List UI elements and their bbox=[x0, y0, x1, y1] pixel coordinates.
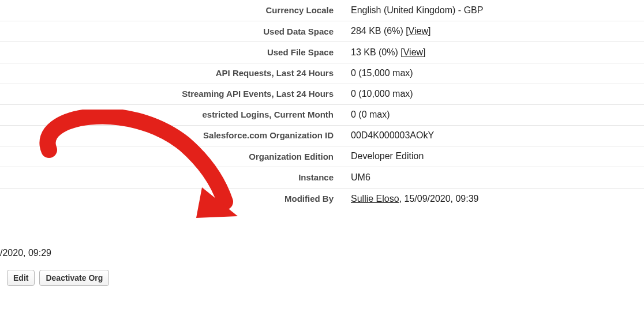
value-api-requests: 0 (15,000 max) bbox=[340, 63, 644, 83]
row-instance: Instance UM6 bbox=[0, 167, 644, 189]
view-data-space-link[interactable]: View bbox=[409, 26, 428, 36]
label-org-edition: Organization Edition bbox=[0, 146, 340, 167]
label-modified-by: Modified By bbox=[0, 189, 340, 209]
label-org-id: Salesforce.com Organization ID bbox=[0, 126, 340, 145]
row-used-data-space: Used Data Space 284 KB (6%) [View] bbox=[0, 21, 644, 43]
row-streaming-api: Streaming API Events, Last 24 Hours 0 (1… bbox=[0, 84, 644, 105]
modified-by-user-link[interactable]: Sullie Eloso bbox=[351, 194, 399, 204]
used-file-space-text: 13 KB (0%) [ bbox=[351, 47, 403, 57]
used-data-space-suffix: ] bbox=[428, 26, 430, 36]
label-used-file-space: Used File Space bbox=[0, 42, 340, 63]
value-modified-by: Sullie Eloso, 15/09/2020, 09:39 bbox=[340, 189, 644, 209]
row-org-edition: Organization Edition Developer Edition bbox=[0, 146, 644, 168]
value-streaming-api: 0 (10,000 max) bbox=[340, 84, 644, 104]
value-used-file-space: 13 KB (0%) [View] bbox=[340, 43, 644, 62]
value-instance: UM6 bbox=[340, 168, 644, 187]
row-org-id: Salesforce.com Organization ID 00D4K0000… bbox=[0, 126, 644, 146]
row-api-requests: API Requests, Last 24 Hours 0 (15,000 ma… bbox=[0, 63, 644, 84]
value-used-data-space: 284 KB (6%) [View] bbox=[340, 21, 644, 41]
label-api-requests: API Requests, Last 24 Hours bbox=[0, 64, 340, 82]
label-streaming-api: Streaming API Events, Last 24 Hours bbox=[0, 85, 340, 103]
deactivate-org-button[interactable]: Deactivate Org bbox=[39, 270, 109, 286]
value-org-edition: Developer Edition bbox=[340, 146, 644, 166]
label-instance: Instance bbox=[0, 167, 340, 188]
used-data-space-text: 284 KB (6%) [ bbox=[351, 26, 409, 36]
value-restricted-logins: 0 (0 max) bbox=[340, 105, 644, 125]
label-used-data-space: Used Data Space bbox=[0, 21, 340, 42]
label-restricted-logins: estricted Logins, Current Month bbox=[0, 105, 340, 124]
organization-details-table: Currency Locale English (United Kingdom)… bbox=[0, 0, 644, 209]
view-file-space-link[interactable]: View bbox=[403, 47, 423, 57]
action-buttons: Edit Deactivate Org bbox=[7, 270, 109, 286]
label-currency-locale: Currency Locale bbox=[0, 0, 340, 21]
row-restricted-logins: estricted Logins, Current Month 0 (0 max… bbox=[0, 105, 644, 126]
value-org-id: 00D4K000003AOkY bbox=[340, 126, 644, 145]
modified-by-timestamp: , 15/09/2020, 09:39 bbox=[399, 194, 479, 204]
created-by-timestamp-partial: /2020, 09:29 bbox=[0, 248, 51, 258]
edit-button[interactable]: Edit bbox=[7, 270, 35, 286]
row-modified-by: Modified By Sullie Eloso, 15/09/2020, 09… bbox=[0, 189, 644, 209]
row-currency-locale: Currency Locale English (United Kingdom)… bbox=[0, 0, 644, 21]
row-used-file-space: Used File Space 13 KB (0%) [View] bbox=[0, 42, 644, 63]
used-file-space-suffix: ] bbox=[423, 47, 425, 57]
value-currency-locale: English (United Kingdom) - GBP bbox=[340, 1, 644, 20]
